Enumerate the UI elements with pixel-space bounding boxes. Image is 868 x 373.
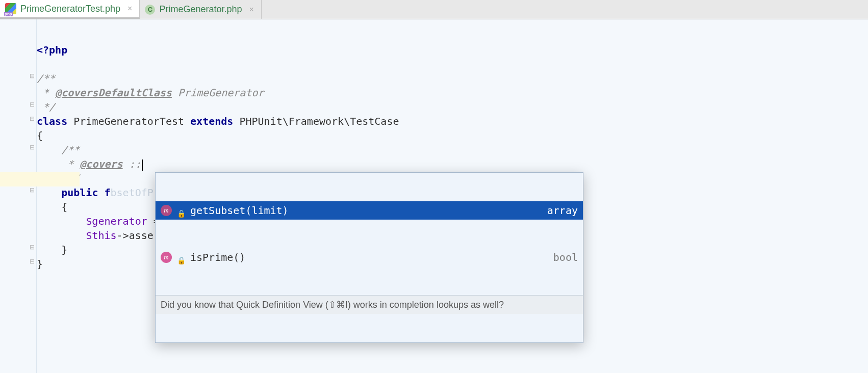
- keyword-public: public: [61, 186, 98, 199]
- fold-end-icon[interactable]: ⊟: [29, 101, 36, 108]
- tab-label: PrimeGenerator.php: [159, 4, 242, 15]
- tab-prime-generator-test[interactable]: PrimeGeneratorTest.php ×: [0, 0, 140, 19]
- annotation-covers: @covers: [80, 158, 122, 170]
- php-class-file-icon: C: [145, 5, 155, 15]
- docblock-open: /**: [61, 144, 80, 156]
- docblock-classref: PrimeGenerator: [178, 87, 264, 99]
- brace: }: [61, 244, 67, 256]
- editor[interactable]: ⊟ ⊟ ⊟ ⊟ ⊟ ⊟ ⊟ ⊟ <?php /** * @coversDefau…: [0, 19, 868, 373]
- close-icon[interactable]: ×: [127, 4, 132, 13]
- docblock-open: /**: [37, 72, 55, 85]
- php-test-file-icon: [5, 3, 16, 14]
- fold-end-icon[interactable]: ⊟: [29, 258, 36, 265]
- docblock-close: */: [37, 101, 55, 113]
- php-open-tag: <?php: [37, 44, 67, 56]
- parent-class: PHPUnit\Framework\TestCase: [239, 115, 399, 127]
- visibility-icon: 🔒: [177, 206, 185, 215]
- code-area[interactable]: <?php /** * @coversDefaultClass PrimeGen…: [37, 19, 868, 373]
- fold-toggle-icon[interactable]: ⊟: [29, 186, 36, 194]
- current-line-highlight: [0, 172, 80, 186]
- brace: {: [61, 201, 67, 213]
- brace: {: [37, 129, 43, 142]
- autocomplete-item[interactable]: m 🔒 getSubset(limit) array: [156, 201, 583, 220]
- completion-return-type: array: [547, 203, 578, 218]
- close-icon[interactable]: ×: [249, 5, 254, 14]
- completion-return-type: bool: [553, 250, 578, 264]
- gutter[interactable]: ⊟ ⊟ ⊟ ⊟ ⊟ ⊟ ⊟ ⊟: [0, 19, 37, 373]
- keyword-extends: extends: [190, 115, 233, 127]
- keyword-function: f: [104, 186, 110, 199]
- tab-label: PrimeGeneratorTest.php: [20, 4, 120, 14]
- completion-signature: isPrime(): [190, 250, 548, 264]
- brace: }: [37, 258, 43, 270]
- docblock-line: *: [37, 87, 55, 99]
- variable: $this: [86, 229, 116, 242]
- fold-toggle-icon[interactable]: ⊟: [29, 115, 36, 122]
- method-icon: m: [161, 205, 172, 216]
- autocomplete-item[interactable]: m 🔒 isPrime() bool: [156, 248, 583, 267]
- fold-end-icon[interactable]: ⊟: [29, 244, 36, 251]
- class-name: PrimeGeneratorTest: [73, 115, 184, 127]
- tab-prime-generator[interactable]: C PrimeGenerator.php ×: [140, 0, 261, 19]
- autocomplete-hint: Did you know that Quick Definition View …: [156, 295, 583, 314]
- completion-signature: getSubset(limit): [190, 203, 542, 218]
- fold-toggle-icon[interactable]: ⊟: [29, 72, 36, 79]
- fold-toggle-icon[interactable]: ⊟: [29, 144, 36, 151]
- annotation-coversdefaultclass: @coversDefaultClass: [55, 87, 172, 99]
- method-icon: m: [161, 252, 172, 263]
- variable: $generator: [86, 215, 147, 227]
- text-caret: [142, 159, 143, 171]
- covers-suffix: ::: [123, 158, 141, 170]
- visibility-icon: 🔒: [177, 253, 185, 261]
- keyword-class: class: [37, 115, 67, 127]
- autocomplete-popup: m 🔒 getSubset(limit) array m 🔒 isPrime()…: [155, 172, 583, 343]
- editor-tabbar: PrimeGeneratorTest.php × C PrimeGenerato…: [0, 0, 868, 19]
